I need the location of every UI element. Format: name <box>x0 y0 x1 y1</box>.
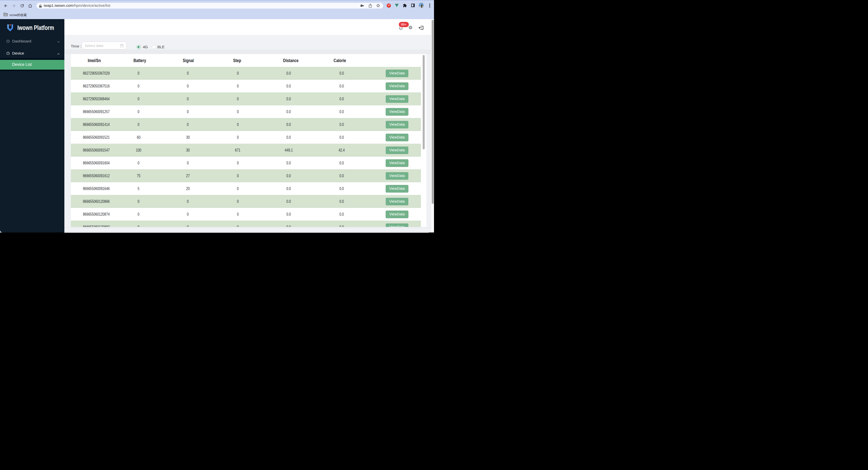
svg-text:Iwown Platform: Iwown Platform <box>17 24 54 31</box>
